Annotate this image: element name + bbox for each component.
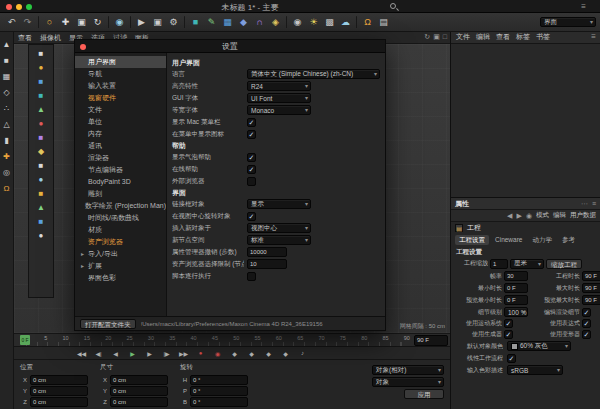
scale-tool-icon[interactable]: ▣ xyxy=(74,15,89,30)
attribute-tab[interactable]: 动力学 xyxy=(528,235,556,245)
viewport-menu-item[interactable]: 摄像机 xyxy=(40,33,61,43)
layout-select[interactable]: 界面 xyxy=(540,17,596,27)
object-manager-menu-item[interactable]: 编辑 xyxy=(476,32,490,42)
coordinate-system-icon[interactable]: ◉ xyxy=(112,15,127,30)
axis-mode-icon[interactable]: ✚ xyxy=(3,152,10,162)
key-parameter-toggle[interactable]: ◆ xyxy=(278,348,293,359)
script-step-checkbox[interactable] xyxy=(247,272,256,281)
use-toggle-checkbox[interactable]: ✓ xyxy=(504,319,513,328)
scale-project-button[interactable]: 缩放工程 xyxy=(546,259,582,269)
goto-start-button[interactable]: ◀◀ xyxy=(74,348,89,359)
workplane-icon[interactable]: ▤ xyxy=(376,15,391,30)
toolbar-icon[interactable] xyxy=(130,16,131,28)
minimize-button[interactable] xyxy=(16,4,22,10)
palette-icon[interactable]: ● xyxy=(39,231,44,240)
snap-settings-icon[interactable]: Ω xyxy=(4,184,10,194)
preference-select[interactable]: UI Font xyxy=(247,93,311,103)
attribute-tab[interactable]: 参考 xyxy=(558,235,579,245)
toolbar-icon[interactable] xyxy=(108,16,109,28)
texture-mode-icon[interactable]: ▦ xyxy=(3,72,11,82)
viewport-sync-icon[interactable]: ↻ xyxy=(424,33,430,41)
preferences-tree-item[interactable]: 通讯 xyxy=(75,140,166,152)
rotation-field[interactable]: 0 ° xyxy=(190,375,248,385)
position-field[interactable]: 0 cm xyxy=(30,375,88,385)
render-lod-checkbox[interactable]: ✓ xyxy=(582,308,591,317)
rotate-center-checkbox[interactable]: ✓ xyxy=(247,212,256,221)
input-profile-select[interactable]: sRGB xyxy=(507,365,563,375)
preferences-tree-item[interactable]: 视窗硬件 xyxy=(75,92,166,104)
prev-key-button[interactable]: ◀| xyxy=(91,348,106,359)
use-toggle-checkbox[interactable]: ✓ xyxy=(582,330,591,339)
viewport-filter-icon[interactable]: ◎ xyxy=(3,168,10,178)
record-keyframe-button[interactable]: ● xyxy=(193,348,208,359)
extrude-generator-icon[interactable]: ◆ xyxy=(236,15,251,30)
linear-workflow-checkbox[interactable]: ✓ xyxy=(507,354,516,363)
use-toggle-checkbox[interactable]: ✓ xyxy=(582,319,591,328)
palette-icon[interactable]: ■ xyxy=(39,49,44,58)
rotation-field[interactable]: 0 ° xyxy=(190,397,248,407)
object-manager-menu-item[interactable]: 标签 xyxy=(516,32,530,42)
preferences-tree-item[interactable]: 资产浏览器 xyxy=(75,236,166,248)
search-icon[interactable] xyxy=(390,3,396,9)
object-manager-list[interactable] xyxy=(451,44,600,198)
play-button[interactable]: ▶ xyxy=(125,348,140,359)
preferences-tree-item[interactable]: 时间线/函数曲线 xyxy=(75,212,166,224)
size-field[interactable]: 0 cm xyxy=(110,375,168,385)
preference-checkbox[interactable]: ✓ xyxy=(247,118,256,127)
preferences-tree-item[interactable]: 渲染器 xyxy=(75,152,166,164)
toolbar-icon[interactable] xyxy=(184,16,185,28)
field-value[interactable]: 90 F xyxy=(582,283,600,293)
attribute-tab[interactable]: 工程设置 xyxy=(455,235,489,245)
add-primitive-cube-icon[interactable]: ■ xyxy=(188,15,203,30)
preferences-tree-item[interactable]: 文件 xyxy=(75,104,166,116)
insert-objects-select[interactable]: 视图中心 xyxy=(247,223,311,233)
workplane-mode-icon[interactable]: ◇ xyxy=(3,88,9,98)
history-back-icon[interactable]: ◀ xyxy=(507,212,512,220)
palette-icon[interactable]: ■ xyxy=(39,77,44,86)
default-color-select[interactable]: 60% 灰色 xyxy=(507,341,571,351)
toolbar-icon[interactable] xyxy=(356,16,357,28)
palette-icon[interactable]: ■ xyxy=(39,189,44,198)
viewport-maximize-icon[interactable]: □ xyxy=(443,33,447,41)
field-value[interactable]: 30 xyxy=(504,271,528,281)
camera-icon[interactable]: ◉ xyxy=(290,15,305,30)
preferences-tree-item[interactable]: 界面色彩 xyxy=(75,272,166,284)
palette-icon[interactable]: ■ xyxy=(39,91,44,100)
apply-button[interactable]: 应用 xyxy=(404,389,444,399)
zoom-button[interactable] xyxy=(26,4,32,10)
viewport-menu-item[interactable]: 查看 xyxy=(18,33,32,43)
palette-icon[interactable]: ▲ xyxy=(37,105,45,114)
environment-icon[interactable]: ☁ xyxy=(338,15,353,30)
end-frame-field[interactable]: 90 F xyxy=(414,335,448,346)
project-scale-unit-select[interactable]: 厘米 xyxy=(510,259,544,269)
palette-icon[interactable]: ▲ xyxy=(37,203,45,212)
next-frame-button[interactable]: ▶ xyxy=(142,348,157,359)
undo-steps-field[interactable]: 10000 xyxy=(247,247,287,257)
render-picture-viewer-icon[interactable]: ▣ xyxy=(150,15,165,30)
key-rotation-toggle[interactable]: ◆ xyxy=(261,348,276,359)
attribute-menu-item[interactable]: 编辑 xyxy=(553,211,566,220)
move-tool-icon[interactable]: ✚ xyxy=(58,15,73,30)
preferences-tree-item[interactable]: 数字绘景 (Projection Man) xyxy=(75,200,166,212)
make-editable-icon[interactable]: ▲ xyxy=(3,40,11,50)
preference-select[interactable]: Monaco xyxy=(247,105,311,115)
field-value[interactable]: 0 F xyxy=(504,283,528,293)
attribute-menu-item[interactable]: 模式 xyxy=(536,211,549,220)
field-object-icon[interactable]: ◈ xyxy=(268,15,283,30)
project-scale-value[interactable]: 1 xyxy=(490,259,508,269)
rotation-field[interactable]: 0 ° xyxy=(190,386,248,396)
preferences-tree-item[interactable]: 雕刻 xyxy=(75,188,166,200)
preferences-tree-item[interactable]: 导航 xyxy=(75,68,166,80)
close-button[interactable] xyxy=(6,4,12,10)
palette-icon[interactable]: ■ xyxy=(39,161,44,170)
palette-icon[interactable]: ● xyxy=(39,175,44,184)
dialog-close-button[interactable] xyxy=(80,44,86,50)
toolbar-icon[interactable] xyxy=(38,16,39,28)
coordinate-mode-select[interactable]: 对象(相对) xyxy=(372,365,444,375)
coordinate-space-select[interactable]: 对象 xyxy=(372,377,444,387)
snap-icon[interactable]: Ω xyxy=(360,15,375,30)
lock-icon[interactable]: ◉ xyxy=(526,212,532,220)
preferences-tree-item[interactable]: 输入装置 xyxy=(75,80,166,92)
sound-toggle[interactable]: ♪ xyxy=(295,348,310,359)
render-view-icon[interactable]: ▶ xyxy=(134,15,149,30)
